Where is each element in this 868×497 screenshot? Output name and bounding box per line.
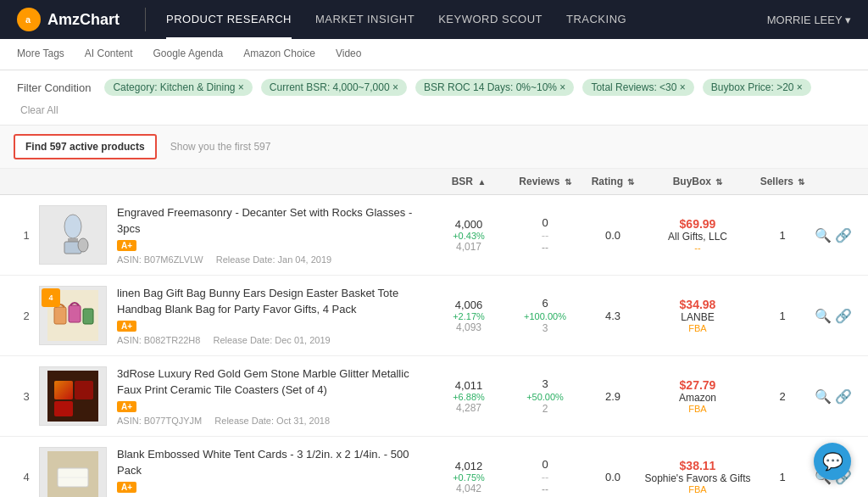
- logo[interactable]: a AmzChart: [17, 8, 120, 31]
- nav-market-insight[interactable]: MARKET INSIGHT: [315, 1, 415, 39]
- rating-sort-icon: ⇅: [627, 177, 634, 187]
- filter-bar: Filter Condition Category: Kitchen & Din…: [0, 70, 868, 126]
- svg-text:a: a: [25, 14, 31, 25]
- asin[interactable]: ASIN: B07M6ZLVLW: [117, 254, 203, 265]
- link-icon[interactable]: 🔗: [835, 308, 852, 324]
- view-icon[interactable]: 🔍: [815, 388, 832, 405]
- filter-tag-reviews[interactable]: Total Reviews: <30 ×: [582, 79, 693, 96]
- bsr-data: 4,011 +6.88% 4,287: [431, 379, 507, 414]
- col-bsr-header[interactable]: BSR ▲: [431, 176, 507, 187]
- price: $34.98: [643, 298, 753, 311]
- product-thumbnail[interactable]: 4: [39, 286, 107, 345]
- sellers-count: 1: [753, 310, 812, 322]
- product-title[interactable]: 3dRose Luxury Red Gold Gem Stone Marble …: [117, 366, 431, 397]
- seller-name: Amazon: [643, 392, 753, 404]
- svg-rect-15: [54, 401, 73, 416]
- reviews-main: 3: [507, 377, 583, 390]
- aplus-badge: A+: [117, 321, 136, 332]
- reviews-main: 0: [507, 216, 583, 229]
- view-icon[interactable]: 🔍: [815, 308, 832, 324]
- fba-badge: --: [643, 243, 753, 253]
- nav-product-research[interactable]: PRODUCT RESEARCH: [166, 1, 292, 39]
- bsr-main: 4,006: [431, 299, 507, 311]
- col-sellers-header[interactable]: Sellers ⇅: [753, 176, 812, 187]
- svg-rect-10: [83, 309, 93, 324]
- filter-tag-buybox[interactable]: Buybox Price: >20 ×: [703, 79, 811, 96]
- product-thumbnail[interactable]: [39, 366, 107, 426]
- view-icon[interactable]: 🔍: [815, 227, 832, 243]
- bsr-change: +6.88%: [431, 392, 507, 402]
- rank-number: 2: [14, 310, 39, 322]
- bsr-main: 4,011: [431, 379, 507, 392]
- col-buybox-header[interactable]: BuyBox ⇅: [643, 176, 753, 187]
- reviews-prev: --: [507, 242, 583, 254]
- price: $38.11: [643, 459, 753, 472]
- bsr-prev: 4,093: [431, 321, 507, 333]
- sellers-count: 1: [753, 471, 812, 483]
- seller-name: Sophie's Favors & Gifts: [643, 472, 753, 484]
- product-info: linen Bag Gift Bag Bunny Ears Design Eas…: [117, 286, 431, 344]
- filter-tag-bsr[interactable]: Current BSR: 4,000~7,000 ×: [261, 79, 407, 96]
- nav-tracking[interactable]: TRACKING: [566, 1, 626, 39]
- product-info: Engraved Freemasonry - Decanter Set with…: [117, 205, 431, 264]
- product-title[interactable]: linen Bag Gift Bag Bunny Ears Design Eas…: [117, 286, 431, 316]
- reviews-prev: 2: [507, 403, 583, 415]
- product-info: 3dRose Luxury Red Gold Gem Stone Marble …: [117, 366, 431, 425]
- buybox-sort-icon: ⇅: [715, 177, 722, 187]
- sub-tab-amazon-choice[interactable]: Amazon Choice: [243, 39, 315, 70]
- product-info: Blank Embossed White Tent Cards - 3 1/2i…: [117, 447, 431, 497]
- buybox-data: $34.98 LANBE FBA: [643, 298, 753, 333]
- filter-label: Filter Condition: [17, 81, 91, 94]
- chat-button[interactable]: 💬: [814, 443, 851, 480]
- svg-rect-8: [54, 307, 66, 324]
- user-menu[interactable]: MORRIE LEEY ▾: [767, 14, 851, 26]
- col-reviews-header[interactable]: Reviews ⇅: [507, 176, 583, 187]
- product-list: 1 Engraved Freemasonry - Decanter Set wi…: [0, 195, 868, 497]
- sub-tab-google-agenda[interactable]: Google Agenda: [153, 39, 224, 70]
- reviews-prev: --: [507, 483, 583, 495]
- reviews-sort-icon: ⇅: [565, 177, 571, 187]
- header: a AmzChart PRODUCT RESEARCH MARKET INSIG…: [0, 0, 868, 39]
- product-thumbnail[interactable]: [39, 447, 107, 497]
- product-badges: A+: [117, 401, 431, 412]
- rating-data: 2.9: [583, 390, 643, 403]
- header-divider: [145, 8, 146, 31]
- sellers-count: 2: [753, 390, 812, 403]
- bsr-prev: 4,287: [431, 402, 507, 414]
- sub-tab-ai-content[interactable]: AI Content: [85, 39, 133, 70]
- asin[interactable]: ASIN: B077TQJYJM: [117, 416, 202, 426]
- product-badges: A+: [117, 321, 431, 332]
- col-rating-header[interactable]: Rating ⇅: [583, 176, 643, 187]
- table-header-row: Find 597 active products Show you the fi…: [0, 126, 868, 169]
- sub-tab-video[interactable]: Video: [336, 39, 361, 70]
- reviews-main: 0: [507, 458, 583, 471]
- bsr-main: 4,012: [431, 460, 507, 472]
- rank-number: 4: [14, 471, 39, 483]
- product-badges: A+: [117, 482, 431, 493]
- release-date: Release Date: Jan 04, 2019: [216, 254, 331, 265]
- product-title[interactable]: Engraved Freemasonry - Decanter Set with…: [117, 205, 431, 236]
- link-icon[interactable]: 🔗: [835, 227, 852, 243]
- filter-tag-category[interactable]: Category: Kitchen & Dining ×: [104, 79, 252, 96]
- svg-rect-9: [69, 305, 81, 322]
- clear-all-button[interactable]: Clear All: [20, 104, 58, 116]
- row-actions: 🔍 🔗: [812, 388, 854, 405]
- aplus-badge: A+: [117, 482, 136, 493]
- reviews-prev: 3: [507, 322, 583, 334]
- sub-tab-more-tags[interactable]: More Tags: [17, 39, 64, 70]
- product-meta: ASIN: B07M6ZLVLW Release Date: Jan 04, 2…: [117, 254, 431, 265]
- reviews-data: 3 +50.00% 2: [507, 377, 583, 415]
- aplus-badge: A+: [117, 240, 136, 251]
- nav-keyword-scout[interactable]: KEYWORD SCOUT: [438, 1, 542, 39]
- link-icon[interactable]: 🔗: [835, 388, 852, 405]
- product-thumbnail[interactable]: [39, 205, 107, 265]
- find-products-button[interactable]: Find 597 active products: [14, 134, 157, 159]
- price: $69.99: [643, 217, 753, 231]
- bsr-change: +0.75%: [431, 472, 507, 483]
- asin[interactable]: ASIN: B082TR22H8: [117, 335, 200, 345]
- show-count-text: Show you the first 597: [170, 141, 271, 153]
- table-row: 3 3dRose Luxury Red Gold Gem Stone Marbl…: [0, 356, 868, 437]
- filter-tag-bsr-roc[interactable]: BSR ROC 14 Days: 0%~10% ×: [415, 79, 574, 96]
- product-title[interactable]: Blank Embossed White Tent Cards - 3 1/2i…: [117, 447, 431, 477]
- reviews-data: 0 -- --: [507, 458, 583, 495]
